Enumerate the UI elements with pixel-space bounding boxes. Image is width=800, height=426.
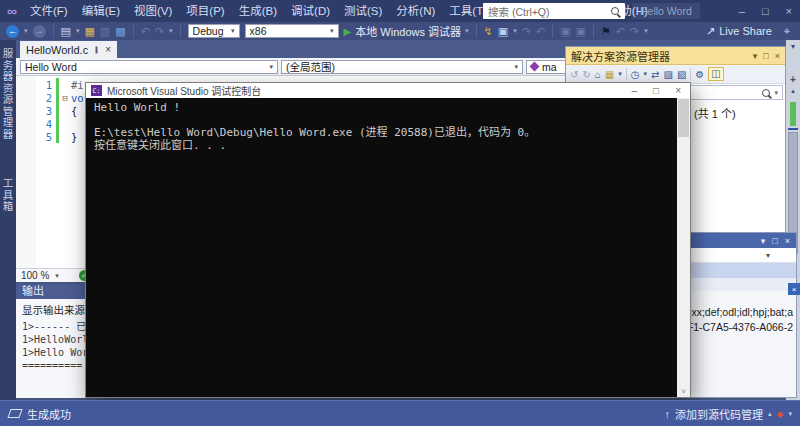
chevron-up-icon[interactable]: ▴ xyxy=(768,410,772,418)
search-icon xyxy=(611,7,619,15)
status-bar-right: ↑ 添加到源代码管理 ▴ ◆ ▾ xyxy=(665,406,800,422)
preview-selected-items-icon[interactable]: ◫ xyxy=(708,67,723,81)
pin-icon[interactable] xyxy=(96,46,98,53)
disabled-tool-icon[interactable]: ▣ xyxy=(576,23,586,39)
show-all-files-icon[interactable]: ▨ xyxy=(663,69,672,80)
properties-wrench-icon[interactable]: ⚙ xyxy=(695,69,704,80)
feedback-icon[interactable]: ◆ xyxy=(777,409,784,419)
disabled-tool-icon[interactable]: ▣ xyxy=(560,23,570,39)
search-placeholder: 搜索 (Ctrl+Q) xyxy=(483,4,611,19)
debug-console-window[interactable]: C: Microsoft Visual Studio 调试控制台 – □ × H… xyxy=(85,82,691,398)
code-line: 3 { xyxy=(16,104,77,117)
menu-test[interactable]: 测试(S) xyxy=(337,0,389,22)
close-icon[interactable]: × xyxy=(786,5,792,17)
home-icon[interactable]: ⌂ xyxy=(595,69,601,80)
bookmark-next-icon[interactable]: ↷ xyxy=(630,23,639,39)
console-titlebar[interactable]: C: Microsoft Visual Studio 调试控制台 – □ × xyxy=(86,83,690,98)
save-all-icon[interactable]: ▩ xyxy=(115,23,125,39)
collapse-all-icon[interactable]: ▧ xyxy=(677,69,686,80)
title-menu-bar: ∞ 文件(F) 编辑(E) 视图(V) 项目(P) 生成(B) 调试(D) 测试… xyxy=(0,0,800,22)
scroll-dropdown-icon[interactable]: ▾ xyxy=(786,42,800,51)
navigate-back-dropdown-icon[interactable]: ▾ xyxy=(24,23,28,39)
chevron-down-icon[interactable]: ▾ xyxy=(788,410,792,418)
chevron-down-icon[interactable]: ▾ xyxy=(618,70,622,78)
console-output[interactable]: Hello World ! E:\test\Hello Word\Debug\H… xyxy=(86,98,690,397)
panel-close-icon[interactable]: × xyxy=(775,51,780,61)
step-over-icon[interactable]: ↶ xyxy=(536,23,545,39)
toolbar-pin-icon[interactable]: ⌖ xyxy=(784,23,790,39)
popup-close-icon[interactable]: × xyxy=(788,283,800,295)
save-icon[interactable]: ▥ xyxy=(100,23,110,39)
chevron-down-icon: ▾ xyxy=(508,63,518,71)
menu-debug[interactable]: 调试(D) xyxy=(284,0,337,22)
console-close-icon[interactable]: × xyxy=(675,85,681,96)
start-debugging-label: 本地 Windows 调试器 xyxy=(355,23,461,39)
console-minimize-icon[interactable]: – xyxy=(632,85,638,96)
panel-dropdown-icon[interactable]: ▾ xyxy=(761,236,766,246)
new-file-icon[interactable]: ▤ xyxy=(61,23,71,39)
undo-icon[interactable]: ↶ xyxy=(141,23,150,39)
panel-close-icon[interactable]: × xyxy=(785,236,790,246)
maximize-icon[interactable]: □ xyxy=(762,5,769,17)
navigate-forward-icon[interactable]: → xyxy=(33,25,46,38)
menu-edit[interactable]: 编辑(E) xyxy=(75,0,127,22)
tab-close-icon[interactable]: × xyxy=(105,44,111,55)
left-tool-tab-strip: 服务器资源管理器 工具箱 xyxy=(0,40,16,400)
console-scroll-down-icon[interactable]: ˅ xyxy=(677,387,690,396)
menu-view[interactable]: 视图(V) xyxy=(127,0,179,22)
panel-maximize-icon[interactable]: □ xyxy=(763,51,768,61)
toolbar-divider xyxy=(53,25,54,38)
scroll-up-icon[interactable]: ▴ xyxy=(786,87,800,95)
change-bar xyxy=(56,117,59,130)
menu-build[interactable]: 生成(B) xyxy=(232,0,284,22)
project-dropdown[interactable]: Hello Word ▾ xyxy=(20,60,278,74)
redo-icon[interactable]: ↷ xyxy=(155,23,164,39)
bookmark-icon[interactable]: ⚑ xyxy=(601,23,611,39)
sidebar-tab-toolbox[interactable]: 工具箱 xyxy=(1,178,16,213)
sidebar-tab-server-explorer[interactable]: 服务器资源管理器 xyxy=(1,48,16,140)
panel-dropdown-icon[interactable]: ▾ xyxy=(753,51,758,61)
frame-capture-icon[interactable]: ▣ xyxy=(498,23,508,39)
zoom-level-dropdown[interactable]: 100 % xyxy=(21,270,49,281)
chevron-down-icon[interactable]: ▾ xyxy=(644,70,648,78)
panel-controls: ▾ □ × xyxy=(753,51,785,61)
switch-views-folder-icon[interactable]: ▦ xyxy=(605,69,614,80)
add-to-source-control-button[interactable]: 添加到源代码管理 xyxy=(675,406,763,422)
menu-file[interactable]: 文件(F) xyxy=(23,0,75,22)
se-forward-icon[interactable]: ↻ xyxy=(582,69,590,80)
panel-maximize-icon[interactable]: □ xyxy=(772,236,777,246)
pending-changes-icon[interactable]: ◷ xyxy=(631,69,640,80)
splitter-plus-icon[interactable]: + xyxy=(786,74,800,85)
scope-dropdown[interactable]: (全局范围) ▾ xyxy=(281,60,523,74)
code-text: vo xyxy=(71,92,84,104)
up-arrow-icon: ↑ xyxy=(665,408,671,420)
bookmark-prev-icon[interactable]: ↶ xyxy=(616,23,625,39)
open-file-icon[interactable]: ▦ xyxy=(84,23,94,39)
console-scrollbar[interactable]: ˅ xyxy=(677,98,690,397)
menu-analyze[interactable]: 分析(N) xyxy=(389,0,442,22)
redo-dropdown-icon[interactable]: ▾ xyxy=(169,23,173,39)
tab-helloworld-c[interactable]: HelloWorld.c × xyxy=(20,41,117,58)
start-debugging-button[interactable]: ▶ 本地 Windows 调试器 ▾ xyxy=(344,23,469,39)
console-maximize-icon[interactable]: □ xyxy=(653,85,659,96)
code-line: 1 #i xyxy=(16,78,84,91)
solution-explorer-titlebar[interactable]: 解决方案资源管理器 ▾ □ × xyxy=(566,47,785,65)
solution-config-dropdown[interactable]: Debug ▾ xyxy=(188,24,240,38)
live-share-button[interactable]: ↗ Live Share xyxy=(706,25,772,38)
menu-project[interactable]: 项目(P) xyxy=(179,0,231,22)
console-line: 按任意键关闭此窗口. . . xyxy=(94,140,670,153)
console-scrollbar-thumb[interactable] xyxy=(678,99,689,137)
fold-collapse-icon[interactable]: ⊟ xyxy=(59,93,71,103)
quick-search-input[interactable]: 搜索 (Ctrl+Q) xyxy=(483,3,625,19)
chevron-down-icon[interactable]: ▾ xyxy=(513,23,517,39)
navigate-back-icon[interactable]: ← xyxy=(6,25,19,38)
chevron-down-icon[interactable]: ▾ xyxy=(55,272,59,280)
chevron-down-icon[interactable]: ▾ xyxy=(644,23,648,39)
new-file-dropdown-icon[interactable]: ▾ xyxy=(76,23,80,39)
sync-active-document-icon[interactable]: ⇄ xyxy=(651,69,659,80)
step-into-icon[interactable]: ↷ xyxy=(522,23,531,39)
minimize-icon[interactable]: – xyxy=(739,5,745,17)
profiler-icon[interactable]: ↯ xyxy=(484,23,493,39)
se-back-icon[interactable]: ↺ xyxy=(570,69,578,80)
platform-dropdown[interactable]: x86 ▾ xyxy=(245,24,339,38)
